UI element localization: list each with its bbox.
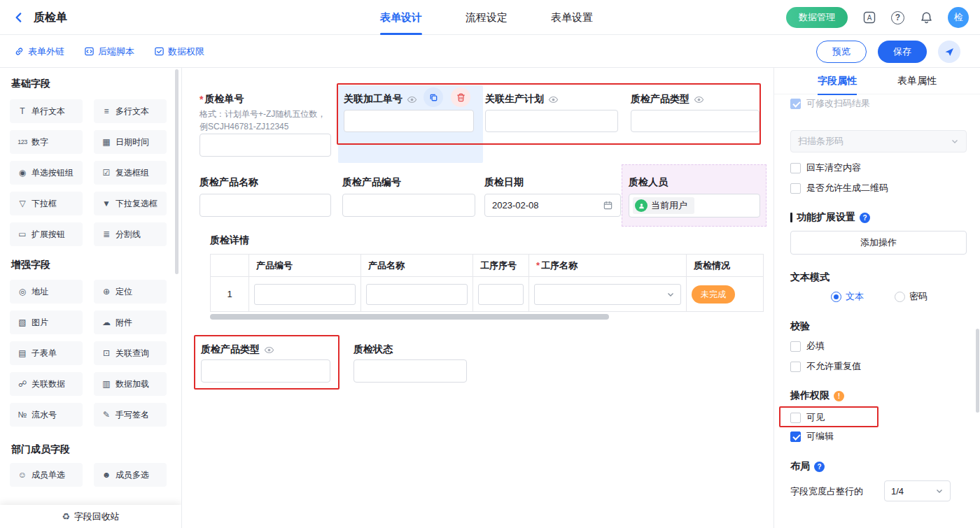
tab-form-setting[interactable]: 表单设置 <box>551 0 593 35</box>
sidebar-item-extend-button[interactable]: ▭扩展按钮 <box>10 222 83 246</box>
prod-plan-input[interactable] <box>485 110 618 132</box>
sidebar-item-serial-number[interactable]: №流水号 <box>10 403 83 427</box>
item-label: 地址 <box>31 286 48 298</box>
panel-scrollbar[interactable] <box>976 329 979 413</box>
product-name-cell <box>361 277 473 312</box>
avatar[interactable]: 检 <box>948 7 969 28</box>
sidebar-item-checkbox-group[interactable]: ☑复选框组 <box>94 161 167 185</box>
warning-info-icon[interactable]: ! <box>834 391 844 401</box>
checkbox-checked[interactable] <box>790 431 801 442</box>
allow-qrcode-checkbox-row[interactable]: 是否允许生成二维码 <box>790 182 888 194</box>
field-label-prod-plan: 关联生产计划 <box>485 93 559 106</box>
field-label-product-type-bottom: 质检产品类型 <box>201 343 274 356</box>
sidebar-scrollbar[interactable] <box>175 69 178 274</box>
subform-horizontal-scrollbar[interactable] <box>210 314 609 320</box>
checkbox-unchecked[interactable] <box>790 413 801 423</box>
visibility-eye-icon[interactable] <box>264 345 274 355</box>
back-icon[interactable] <box>11 10 27 25</box>
translate-icon[interactable]: A <box>862 10 877 25</box>
visibility-eye-icon[interactable] <box>548 94 559 105</box>
sidebar-item-signature[interactable]: ✎手写签名 <box>94 403 167 427</box>
scan-editable-checkbox-row[interactable]: 可修改扫码结果 <box>790 97 870 110</box>
field-width-select[interactable]: 1/4 <box>884 480 951 501</box>
clear-on-enter-checkbox-row[interactable]: 回车清空内容 <box>790 162 861 174</box>
item-label: 数字 <box>31 136 48 148</box>
radio-selected[interactable] <box>831 292 841 302</box>
checkbox-checked-disabled[interactable] <box>790 99 801 109</box>
visibility-eye-icon[interactable] <box>407 94 417 105</box>
radio-text[interactable]: 文本 <box>831 290 864 303</box>
sidebar-item-radio-group[interactable]: ◉单选按钮组 <box>10 161 83 185</box>
copy-field-button[interactable] <box>424 87 443 107</box>
qc-no-input[interactable] <box>200 134 331 157</box>
checkbox-unchecked[interactable] <box>790 341 801 352</box>
tab-flow-setting[interactable]: 流程设定 <box>465 0 507 35</box>
data-manage-button[interactable]: 数据管理 <box>786 7 848 28</box>
radio-unselected[interactable] <box>895 292 905 302</box>
tab-form-properties[interactable]: 表单属性 <box>897 68 937 94</box>
checkbox-unchecked[interactable] <box>790 183 801 194</box>
visibility-eye-icon[interactable] <box>694 94 704 105</box>
sidebar-item-single-line-text[interactable]: T单行文本 <box>10 99 83 123</box>
tab-form-design[interactable]: 表单设计 <box>380 0 422 35</box>
save-button[interactable]: 保存 <box>878 41 927 63</box>
no-duplicate-checkbox-row[interactable]: 不允许重复值 <box>790 360 861 373</box>
data-permission-link[interactable]: 数据权限 <box>154 45 204 58</box>
preview-button[interactable]: 预览 <box>816 41 867 63</box>
sidebar-item-linked-data[interactable]: ☍关联数据 <box>10 372 83 396</box>
sidebar-item-multi-line-text[interactable]: ≡多行文本 <box>94 99 167 123</box>
scan-mode-select[interactable]: 扫描条形码 <box>790 130 967 152</box>
required-checkbox-row[interactable]: 必填 <box>790 340 825 352</box>
sidebar-item-datetime[interactable]: ▦日期时间 <box>94 130 167 154</box>
sidebar-item-address[interactable]: ◎地址 <box>10 280 83 304</box>
sidebar-item-data-load[interactable]: ▥数据加载 <box>94 372 167 396</box>
qc-date-input[interactable]: 2023-02-08 <box>484 194 621 217</box>
tab-field-properties[interactable]: 字段属性 <box>818 68 857 94</box>
col-step-no: 工序序号 <box>473 255 529 277</box>
sidebar-item-dropdown-multi[interactable]: ▼下拉复选框 <box>94 192 167 215</box>
label-text: 质检单号 <box>204 93 244 106</box>
cell-product-name-input[interactable] <box>366 284 468 305</box>
add-action-button[interactable]: 添加操作 <box>790 231 967 255</box>
product-type-bottom-input[interactable] <box>201 359 330 383</box>
cell-step-no-input[interactable] <box>478 284 524 305</box>
item-label: 多行文本 <box>115 106 149 117</box>
sidebar-item-dropdown[interactable]: ▽下拉框 <box>10 192 83 215</box>
editable-checkbox-row[interactable]: 可编辑 <box>790 430 834 443</box>
product-name-input[interactable] <box>200 194 331 217</box>
sidebar-item-attachment[interactable]: ☁附件 <box>94 311 167 334</box>
sidebar-item-subform[interactable]: ▤子表单 <box>10 341 83 365</box>
item-label: 分割线 <box>115 229 141 241</box>
link-label: 数据权限 <box>168 45 204 58</box>
field-recycle-bin[interactable]: ♻ 字段回收站 <box>0 505 181 528</box>
visible-checkbox-row[interactable]: 可见 <box>790 411 825 424</box>
help-question-icon[interactable]: ? <box>814 462 825 472</box>
checkbox-unchecked[interactable] <box>790 362 801 372</box>
field-hint-line1: 格式：计划单号+-ZJ随机五位数， <box>200 108 326 120</box>
product-type-top-input[interactable] <box>631 110 760 132</box>
delete-field-button[interactable] <box>451 87 470 107</box>
cell-step-name-select[interactable] <box>534 284 681 305</box>
sidebar-item-image[interactable]: ▧图片 <box>10 311 83 334</box>
share-button[interactable] <box>938 41 960 63</box>
checkbox-unchecked[interactable] <box>790 163 801 173</box>
cell-product-no-input[interactable] <box>254 284 356 305</box>
sidebar-item-member-single[interactable]: ☺成员单选 <box>10 463 83 487</box>
permission-header: 操作权限 ! <box>790 390 844 402</box>
validation-header: 校验 <box>790 320 810 333</box>
sidebar-item-member-multi[interactable]: ☻成员多选 <box>94 463 167 487</box>
help-icon[interactable]: ? <box>891 11 904 24</box>
sidebar-item-number[interactable]: 123数字 <box>10 130 83 154</box>
process-order-input[interactable] <box>344 110 474 132</box>
notification-bell-icon[interactable] <box>918 10 934 25</box>
help-question-icon[interactable]: ? <box>860 213 870 223</box>
qc-status-input[interactable] <box>354 359 467 383</box>
backend-script-link[interactable]: 后端脚本 <box>84 45 134 58</box>
product-no-input[interactable] <box>342 194 475 217</box>
form-external-link[interactable]: 表单外链 <box>14 45 64 58</box>
qc-staff-input[interactable]: 当前用户 <box>629 194 760 217</box>
sidebar-item-location[interactable]: ⊕定位 <box>94 280 167 304</box>
sidebar-item-linked-query[interactable]: ⊡关联查询 <box>94 341 167 365</box>
sidebar-item-divider[interactable]: ≣分割线 <box>94 222 167 246</box>
radio-password[interactable]: 密码 <box>895 290 927 303</box>
